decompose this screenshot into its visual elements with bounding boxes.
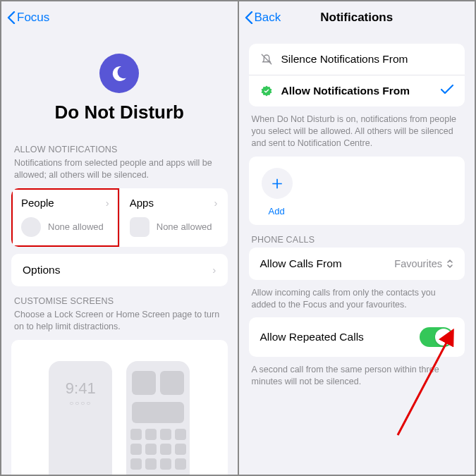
lock-time: 9:41 <box>66 379 96 398</box>
repeated-toggle[interactable] <box>420 327 453 347</box>
lock-dots: ○○○○ <box>69 399 92 407</box>
allow-mode-row[interactable]: Allow Notifications From <box>249 75 465 106</box>
repeated-card: Allow Repeated Calls <box>249 317 465 357</box>
people-cell[interactable]: People › None allowed <box>11 188 119 247</box>
silence-label: Silence Notifications From <box>281 53 408 66</box>
allow-label: Allow Notifications From <box>281 85 410 97</box>
apps-sub: None allowed <box>157 221 212 232</box>
home-screen-option[interactable]: Choose <box>126 361 190 475</box>
allow-desc: Notifications from selected people and a… <box>14 157 225 181</box>
toggle-knob <box>435 329 452 346</box>
repeated-label: Allow Repeated Calls <box>260 331 364 343</box>
chevron-right-icon: › <box>214 197 218 209</box>
options-label: Options <box>23 264 60 276</box>
add-people-card: ＋ Add <box>249 157 465 225</box>
people-title: People <box>21 197 54 209</box>
lock-screen-mock: 9:41 ○○○○ <box>49 361 112 475</box>
moon-icon <box>109 63 129 83</box>
options-card: Options › <box>11 254 228 286</box>
chevron-left-icon <box>245 11 253 24</box>
home-grid <box>130 429 186 470</box>
repeated-row: Allow Repeated Calls <box>249 317 465 357</box>
add-person-button[interactable]: ＋ <box>262 168 293 199</box>
customise-header: CUSTOMISE SCREENS <box>14 296 225 306</box>
nav-bar: Focus <box>1 1 238 34</box>
back-button[interactable]: Focus <box>7 11 49 25</box>
silence-mode-row[interactable]: Silence Notifications From <box>249 44 465 75</box>
allow-calls-row[interactable]: Allow Calls From Favourites <box>249 248 465 280</box>
home-screen-mock <box>126 361 190 475</box>
apps-cell[interactable]: Apps › None allowed <box>119 188 228 247</box>
updown-chevron-icon <box>446 259 453 269</box>
people-sub: None allowed <box>48 221 104 232</box>
bell-slash-icon <box>260 53 273 66</box>
customise-desc: Choose a Lock Screen or Home Screen page… <box>14 309 225 333</box>
mode-desc: When Do Not Disturb is on, notifications… <box>252 114 463 149</box>
content: Silence Notifications From Allow Notific… <box>239 34 475 475</box>
widgets <box>132 371 184 395</box>
lock-screen-option[interactable]: 9:41 ○○○○ Choose <box>49 361 112 475</box>
back-label: Back <box>255 11 281 25</box>
empty-avatar-icon <box>21 217 41 237</box>
mode-card: Silence Notifications From Allow Notific… <box>249 44 465 106</box>
chevron-right-icon: › <box>212 264 216 276</box>
content: Do Not Disturb ALLOW NOTIFICATIONS Notif… <box>1 34 238 475</box>
phone-header: PHONE CALLS <box>252 235 463 245</box>
nav-bar: Back Notifications <box>239 1 475 34</box>
dnd-icon <box>99 54 139 93</box>
options-row[interactable]: Options › <box>11 254 228 286</box>
add-label: Add <box>269 206 453 216</box>
focus-dnd-screen: Focus Do Not Disturb ALLOW NOTIFICATIONS… <box>1 1 238 475</box>
calls-from-value: Favourites <box>394 258 442 269</box>
calls-from-label: Allow Calls From <box>260 257 342 270</box>
allow-card: People › None allowed Apps › None allowe… <box>11 188 228 247</box>
check-icon <box>441 85 453 97</box>
repeated-desc: A second call from the same person withi… <box>252 364 463 388</box>
back-button[interactable]: Back <box>245 11 281 25</box>
screens-area: 9:41 ○○○○ Choose <box>18 361 221 475</box>
back-label: Focus <box>17 11 49 25</box>
notifications-screen: Back Notifications Silence Notifications… <box>239 1 475 475</box>
chevron-left-icon <box>7 11 16 24</box>
chevron-right-icon: › <box>106 197 109 209</box>
plus-icon: ＋ <box>268 171 286 195</box>
calls-desc: Allow incoming calls from only the conta… <box>252 287 463 311</box>
apps-title: Apps <box>130 197 154 209</box>
page-title: Do Not Disturb <box>11 102 228 123</box>
allow-header: ALLOW NOTIFICATIONS <box>14 145 225 154</box>
empty-app-icon <box>130 217 149 237</box>
badge-check-icon <box>260 85 273 97</box>
calls-card: Allow Calls From Favourites <box>249 248 465 280</box>
customise-card: 9:41 ○○○○ Choose <box>11 340 228 475</box>
